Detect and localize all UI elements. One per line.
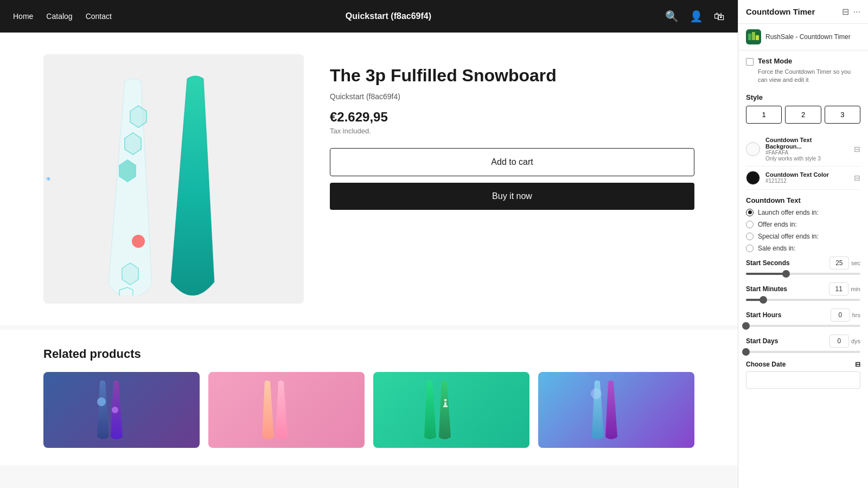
add-to-cart-button[interactable]: Add to cart [330, 148, 694, 176]
nav-catalog[interactable]: Catalog [46, 12, 72, 21]
start-hours-unit: hrs [852, 312, 860, 318]
start-hours-label: Start Hours [746, 311, 781, 319]
start-minutes-value[interactable]: 11 [829, 282, 848, 296]
product-tax: Tax included. [330, 127, 694, 135]
style-label: Style [746, 93, 860, 101]
radio-option-1[interactable]: Launch offer ends in: [746, 209, 860, 216]
related-card-3[interactable] [373, 372, 529, 448]
main-nav: Home Catalog Contact Quickstart (f8ac69f… [0, 0, 738, 33]
choose-date-icon[interactable]: ⊟ [855, 361, 860, 368]
start-days-value-box: 0 dys [829, 335, 860, 348]
related-card-1-image [92, 377, 151, 442]
start-hours-section: Start Hours 0 hrs [746, 309, 860, 327]
product-image-area: e [43, 54, 304, 304]
panel-header: Countdown Timer ⊟ ··· [738, 0, 868, 24]
countdown-text-bg-row: Countdown Text Backgroun... #FAFAFA Only… [746, 132, 860, 166]
start-hours-track[interactable] [746, 325, 860, 327]
countdown-text-bg-swatch[interactable] [746, 142, 760, 156]
start-seconds-section: Start Seconds 25 sec [746, 256, 860, 275]
nav-home[interactable]: Home [13, 12, 33, 21]
radio-4[interactable] [746, 245, 754, 252]
related-card-2[interactable] [208, 372, 365, 448]
radio-1[interactable] [746, 209, 754, 216]
radio-label-3: Special offer ends in: [758, 233, 819, 240]
choose-date-label: Choose Date ⊟ [746, 361, 860, 368]
start-minutes-unit: min [851, 286, 860, 292]
more-options-icon[interactable]: ··· [853, 7, 860, 17]
svg-rect-19 [756, 35, 759, 40]
countdown-text-bg-name: Countdown Text Backgroun... [765, 137, 848, 150]
product-section: e [0, 33, 738, 325]
start-days-value[interactable]: 0 [829, 335, 849, 348]
right-panel: Countdown Timer ⊟ ··· RushSale - Countdo… [738, 0, 868, 488]
start-seconds-track[interactable] [746, 273, 860, 275]
start-hours-value[interactable]: 0 [831, 309, 850, 322]
database-icon[interactable]: ⊟ [842, 7, 849, 17]
radio-label-4: Sale ends in: [758, 245, 795, 252]
date-input[interactable] [746, 371, 860, 389]
countdown-text-color-value: #121212 [765, 178, 848, 184]
countdown-text-color-row: Countdown Text Color #121212 ⊟ [746, 166, 860, 190]
start-days-header: Start Days 0 dys [746, 335, 860, 348]
related-card-4[interactable] [538, 372, 694, 448]
style-btn-3[interactable]: 3 [825, 106, 860, 124]
svg-rect-12 [444, 399, 446, 401]
start-seconds-thumb[interactable] [782, 270, 790, 278]
style-btn-1[interactable]: 1 [746, 106, 782, 124]
svg-rect-14 [443, 406, 448, 407]
countdown-text-label: Countdown Text [746, 196, 860, 204]
start-minutes-section: Start Minutes 11 min [746, 282, 860, 301]
start-minutes-track[interactable] [746, 299, 860, 301]
start-hours-thumb[interactable] [742, 322, 750, 330]
buy-now-button[interactable]: Buy it now [330, 183, 694, 210]
start-seconds-unit: sec [851, 260, 860, 266]
choose-date-label-text: Choose Date [746, 361, 786, 368]
radio-label-2: Offer ends in: [758, 221, 797, 228]
radio-option-2[interactable]: Offer ends in: [746, 221, 860, 228]
countdown-text-bg-edit-icon[interactable]: ⊟ [854, 145, 860, 153]
countdown-text-color-info: Countdown Text Color #121212 [765, 171, 848, 184]
svg-rect-17 [748, 34, 751, 40]
related-grid [43, 372, 694, 448]
left-edge-link[interactable]: e [43, 175, 54, 183]
radio-option-3[interactable]: Special offer ends in: [746, 233, 860, 240]
related-card-2-image [257, 377, 316, 442]
start-minutes-header: Start Minutes 11 min [746, 282, 860, 296]
start-days-thumb[interactable] [742, 348, 750, 356]
nav-contact[interactable]: Contact [86, 12, 112, 21]
style-section: Style 1 2 3 [746, 93, 860, 124]
account-icon[interactable]: 👤 [690, 10, 703, 23]
radio-3[interactable] [746, 233, 754, 240]
related-card-3-image [419, 377, 484, 442]
product-price: €2.629,95 [330, 110, 694, 125]
svg-point-10 [97, 397, 106, 406]
panel-body: Test Mode Force the Countdown Timer so y… [738, 50, 868, 488]
start-seconds-header: Start Seconds 25 sec [746, 256, 860, 269]
start-seconds-value[interactable]: 25 [829, 256, 849, 269]
style-btn-2[interactable]: 2 [785, 106, 821, 124]
start-days-section: Start Days 0 dys [746, 335, 860, 353]
start-days-track[interactable] [746, 351, 860, 353]
radio-option-4[interactable]: Sale ends in: [746, 245, 860, 252]
nav-links: Home Catalog Contact [13, 12, 112, 21]
start-seconds-fill [746, 273, 786, 275]
start-minutes-value-box: 11 min [829, 282, 860, 296]
cart-icon[interactable]: 🛍 [714, 10, 725, 23]
related-card-1[interactable] [43, 372, 200, 448]
test-mode-checkbox[interactable] [746, 58, 754, 66]
product-vendor: Quickstart (f8ac69f4) [330, 92, 694, 101]
search-icon[interactable]: 🔍 [665, 10, 679, 23]
start-hours-header: Start Hours 0 hrs [746, 309, 860, 322]
countdown-text-bg-info: Countdown Text Backgroun... #FAFAFA Only… [765, 137, 848, 162]
panel-title: Countdown Timer [746, 7, 815, 16]
countdown-text-color-swatch[interactable] [746, 171, 760, 185]
countdown-text-color-edit-icon[interactable]: ⊟ [854, 174, 860, 182]
radio-2[interactable] [746, 221, 754, 228]
countdown-text-section: Countdown Text Launch offer ends in: Off… [746, 196, 860, 252]
start-minutes-thumb[interactable] [760, 296, 767, 304]
nav-brand: Quickstart (f8ac69f4) [112, 11, 665, 21]
panel-app-row: RushSale - Countdown Timer [738, 24, 868, 50]
countdown-text-color-name: Countdown Text Color [765, 171, 848, 178]
panel-header-icons: ⊟ ··· [842, 7, 860, 17]
app-icon [746, 29, 761, 44]
